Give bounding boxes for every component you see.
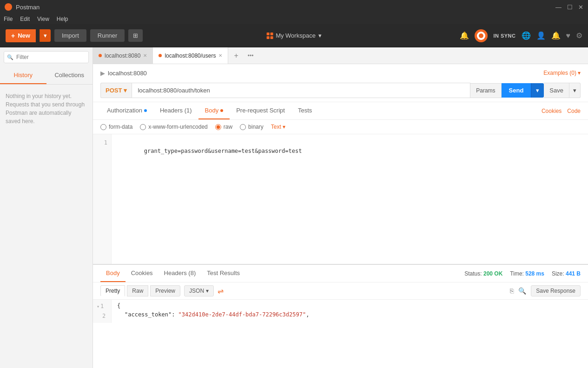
workspace-title[interactable]: My Workspace ▾	[266, 32, 322, 39]
send-button[interactable]: Send	[502, 83, 531, 98]
filter-wrap: 🔍	[4, 51, 89, 63]
filter-input[interactable]	[4, 51, 89, 63]
menu-help[interactable]: Help	[57, 16, 68, 22]
toolbar-right: 🔔 IN SYNC 🌐 👤 🔔 ♥ ⚙	[460, 29, 582, 42]
request-tabs: Authorization Headers (1) Body Pre-reque…	[93, 102, 588, 120]
tab-dot-active	[159, 54, 162, 57]
heart-icon[interactable]: ♥	[566, 32, 571, 40]
resp-tab-body[interactable]: Body	[100, 265, 126, 282]
wrap-icon[interactable]: ⇌	[218, 287, 224, 296]
url-bar-area: POST ▾ Params Send ▾ Save ▾	[93, 79, 588, 102]
line-numbers: 1	[93, 134, 112, 264]
tab-bar: localhost:8080 ✕ localhost:8080/users ✕ …	[93, 47, 588, 64]
params-button[interactable]: Params	[470, 83, 501, 98]
minimize-button[interactable]: —	[555, 4, 562, 11]
form-data-option[interactable]: form-data	[100, 124, 132, 130]
copy-icon[interactable]: ⎘	[510, 287, 514, 295]
sidebar-tab-history[interactable]: History	[0, 67, 46, 84]
tab-dot	[99, 54, 102, 57]
save-dropdown-button[interactable]: ▾	[569, 83, 581, 98]
req-tab-headers[interactable]: Headers (1)	[153, 102, 198, 119]
resp-line-2: 2	[93, 311, 111, 321]
cookies-link[interactable]: Cookies	[542, 108, 562, 114]
raw-button[interactable]: Raw	[127, 285, 148, 296]
sidebar: 🔍 History Collections Nothing in your hi…	[0, 47, 93, 368]
code-link[interactable]: Code	[567, 108, 581, 114]
sync-inner	[477, 32, 485, 40]
new-button[interactable]: + New	[6, 29, 36, 42]
resp-code-line-1: {	[117, 302, 582, 310]
body-dot	[220, 109, 223, 112]
format-chevron-icon: ▾	[206, 288, 209, 294]
urlencoded-option[interactable]: x-www-form-urlencoded	[140, 124, 207, 130]
resp-code-content: { "access_token": "342d410e-2de7-44df-bd…	[112, 300, 588, 323]
search-icon: 🔍	[7, 54, 13, 60]
url-input[interactable]	[132, 83, 470, 98]
notifications-icon[interactable]: 🔔	[551, 31, 561, 40]
save-response-button[interactable]: Save Response	[531, 285, 581, 296]
sidebar-empty-message: Nothing in your history yet. Requests th…	[0, 85, 92, 133]
titlebar-controls[interactable]: — ☐ ✕	[555, 4, 583, 11]
menu-edit[interactable]: Edit	[20, 16, 30, 22]
breadcrumb-arrow-icon[interactable]: ▶	[100, 70, 105, 77]
settings-icon[interactable]: ⚙	[576, 31, 582, 40]
resp-tab-headers[interactable]: Headers (8)	[159, 265, 202, 282]
code-content[interactable]: grant_type=password&username=test&passwo…	[112, 134, 588, 264]
preview-button[interactable]: Preview	[150, 285, 180, 296]
workspace-grid-icon	[266, 33, 273, 39]
sync-badge	[475, 29, 488, 42]
toolbar: + New ▾ Import Runner ⊞ My Workspace ▾ 🔔…	[0, 24, 588, 47]
binary-option[interactable]: binary	[240, 124, 264, 130]
user-icon[interactable]: 👤	[536, 31, 546, 40]
runner-button[interactable]: Runner	[90, 29, 125, 42]
sidebar-tab-collections[interactable]: Collections	[46, 67, 93, 84]
req-tab-pre-request[interactable]: Pre-request Script	[230, 102, 291, 119]
tab-close-icon[interactable]: ✕	[143, 53, 147, 58]
sync-dot	[479, 33, 483, 38]
size-label: Size: 441 B	[552, 270, 581, 277]
sidebar-tabs: History Collections	[0, 67, 92, 85]
collapse-arrow-icon[interactable]: ▾	[97, 303, 99, 310]
workspace-dropdown-icon: ▾	[318, 32, 322, 39]
resp-tab-cookies[interactable]: Cookies	[126, 265, 159, 282]
menu-file[interactable]: File	[4, 16, 13, 22]
req-tab-tests[interactable]: Tests	[291, 102, 318, 119]
tab-add-button[interactable]: +	[228, 47, 244, 64]
import-button[interactable]: Import	[54, 29, 86, 42]
method-select[interactable]: POST ▾	[100, 83, 132, 98]
req-tab-right: Cookies Code	[542, 108, 581, 114]
maximize-button[interactable]: ☐	[567, 4, 573, 11]
menu-view[interactable]: View	[37, 16, 49, 22]
examples-link[interactable]: Examples (0) ▾	[543, 67, 581, 79]
search-resp-icon[interactable]: 🔍	[518, 287, 526, 295]
tab-localhost-8080-users[interactable]: localhost:8080/users ✕	[153, 47, 228, 64]
response-tabs-bar: Body Cookies Headers (8) Test Results St…	[93, 265, 588, 283]
response-toolbar: Pretty Raw Preview JSON ▾ ⇌ ⎘ 🔍 Save Res…	[93, 283, 588, 300]
tab-more-button[interactable]: •••	[244, 47, 258, 64]
titlebar: Postman — ☐ ✕	[0, 0, 588, 14]
raw-option[interactable]: raw	[215, 124, 232, 130]
globe-icon[interactable]: 🌐	[522, 31, 531, 40]
req-tab-authorization[interactable]: Authorization	[100, 102, 153, 119]
resp-tab-test-results[interactable]: Test Results	[201, 265, 245, 282]
api-network-button[interactable]: ⊞	[128, 29, 143, 42]
close-button[interactable]: ✕	[578, 4, 583, 11]
request-panel: localhost:8080 ✕ localhost:8080/users ✕ …	[93, 47, 588, 368]
resp-code-line-2: "access_token": "342d410e-2de7-44df-bda7…	[117, 310, 582, 319]
bell-icon[interactable]: 🔔	[460, 31, 469, 40]
code-editor[interactable]: 1 grant_type=password&username=test&pass…	[93, 134, 588, 264]
resp-status-bar: Status: 200 OK Time: 528 ms Size: 441 B	[464, 270, 581, 277]
send-dropdown-button[interactable]: ▾	[531, 83, 544, 98]
line-number-1: 1	[93, 138, 111, 148]
authorization-dot	[144, 109, 147, 112]
new-dropdown-button[interactable]: ▾	[40, 29, 51, 42]
text-dropdown[interactable]: Text ▾	[271, 124, 285, 130]
pretty-button[interactable]: Pretty	[100, 285, 125, 296]
format-dropdown[interactable]: JSON ▾	[184, 285, 214, 296]
save-button[interactable]: Save	[544, 83, 569, 98]
req-tab-body[interactable]: Body	[198, 102, 230, 119]
app-title: Postman	[16, 4, 40, 11]
tab-close-active-icon[interactable]: ✕	[218, 53, 222, 58]
tab-localhost-8080[interactable]: localhost:8080 ✕	[93, 47, 153, 64]
body-options: form-data x-www-form-urlencoded raw bina…	[93, 120, 588, 134]
